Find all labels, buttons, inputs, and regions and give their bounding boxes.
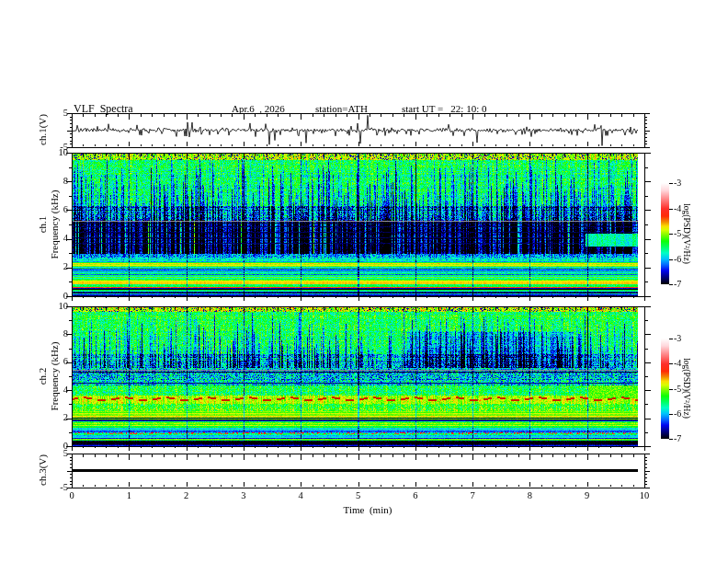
colorbar1-tick--7: -7 xyxy=(674,279,681,289)
header-station: station=ATH xyxy=(315,103,368,114)
x-tick-label-9: 9 xyxy=(574,490,601,500)
ch1_spec-ytick-6: 6 xyxy=(28,204,68,214)
x-tick-label-2: 2 xyxy=(173,490,200,500)
x-axis-label: Time (min) xyxy=(344,504,392,515)
ch1_spec-ytick-0: 0 xyxy=(28,291,68,301)
colorbar1-tick--4: -4 xyxy=(674,203,681,213)
x-tick-label-1: 1 xyxy=(115,490,142,500)
ch2-spec-ylabel-line1: ch.2 xyxy=(37,342,49,411)
colorbar2-tick--4: -4 xyxy=(674,358,681,368)
colorbar1-label: log(PSD)(V²/Hz) xyxy=(682,203,691,264)
ch2_spec-ytick-6: 6 xyxy=(28,356,68,366)
x-tick-label-0: 0 xyxy=(58,490,85,500)
spectra-plot-canvas xyxy=(0,0,728,563)
x-tick-label-3: 3 xyxy=(230,490,257,500)
ch1-spec-ylabel-line2: Frequency (kHz) xyxy=(49,190,61,259)
ch1-spec-ylabel: ch.1Frequency (kHz) xyxy=(37,190,61,259)
x-tick-label-5: 5 xyxy=(345,490,372,500)
ch1_spec-ytick-4: 4 xyxy=(28,233,68,243)
header-start-ut: start UT = 22: 10: 0 xyxy=(402,103,486,114)
x-tick-label-6: 6 xyxy=(402,490,429,500)
colorbar2-tick--7: -7 xyxy=(674,433,681,443)
x-tick-label-7: 7 xyxy=(459,490,486,500)
ch1_spec-ytick-2: 2 xyxy=(28,261,68,271)
header-date: Apr.6 , 2026 xyxy=(232,103,285,114)
ch2-spec-ylabel: ch.2Frequency (kHz) xyxy=(37,342,61,411)
colorbar2-tick--3: -3 xyxy=(674,333,681,343)
ch3-wave-ylabel: ch.3(V) xyxy=(37,454,49,486)
ch2-spec-ylabel-line2: Frequency (kHz) xyxy=(49,342,61,411)
ch1_spec-ytick-8: 8 xyxy=(28,176,68,186)
x-tick-label-4: 4 xyxy=(287,490,314,500)
ch1-spec-ylabel-line1: ch.1 xyxy=(37,190,49,259)
ch1_spec-ytick-10: 10 xyxy=(28,147,68,157)
vlf-spectra-figure: VLF Spectra Apr.6 , 2026 station=ATH sta… xyxy=(0,0,728,563)
ch1-wave-ylabel: ch.1(V) xyxy=(37,114,49,145)
x-tick-label-8: 8 xyxy=(516,490,543,500)
ch2_spec-ytick-4: 4 xyxy=(28,385,68,395)
colorbar1-tick--3: -3 xyxy=(674,178,681,188)
ch2_spec-ytick-2: 2 xyxy=(28,412,68,422)
colorbar2-tick--5: -5 xyxy=(674,384,681,394)
colorbar1-tick--5: -5 xyxy=(674,228,681,238)
x-tick-label-10: 10 xyxy=(631,490,658,500)
colorbar1-tick--6: -6 xyxy=(674,254,681,264)
page-title: VLF Spectra xyxy=(74,102,133,116)
colorbar2-tick--6: -6 xyxy=(674,408,681,419)
ch2_spec-ytick-8: 8 xyxy=(28,328,68,339)
colorbar2-label: log(PSD)(V²/Hz) xyxy=(682,358,691,419)
ch2_spec-ytick-10: 10 xyxy=(28,301,68,311)
ch2_spec-ytick-0: 0 xyxy=(28,441,68,451)
